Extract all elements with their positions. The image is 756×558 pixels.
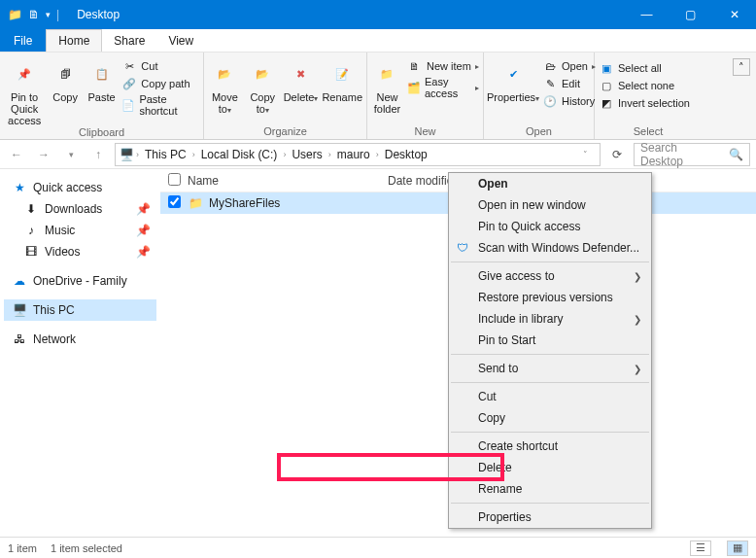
crumb-desktop[interactable]: Desktop	[381, 148, 431, 161]
qat-dropdown-icon[interactable]: ▾	[46, 10, 51, 19]
minimize-button[interactable]: —	[625, 0, 669, 29]
sidebar-item-quick-access[interactable]: ★Quick access	[4, 177, 156, 198]
crumb-this-pc[interactable]: This PC	[141, 148, 190, 161]
paste-icon: 📋	[86, 58, 118, 89]
new-item-icon: 🗎	[407, 58, 423, 74]
edit-button[interactable]: ✎Edit	[542, 76, 596, 91]
select-none-button[interactable]: ▢Select none	[599, 78, 690, 93]
cloud-icon: ☁	[12, 273, 27, 289]
pin-icon: 📌	[136, 202, 151, 216]
menu-pin-quick-access[interactable]: Pin to Quick access	[449, 216, 651, 237]
crumb-user[interactable]: mauro	[333, 148, 374, 161]
music-icon: ♪	[23, 223, 39, 238]
sidebar-item-music[interactable]: ♪Music📌	[4, 220, 156, 241]
easy-access-button[interactable]: 🗂️Easy access ▸	[407, 76, 479, 99]
menu-include-library[interactable]: Include in library❯	[449, 308, 651, 330]
pc-icon: 🖥️	[120, 148, 134, 161]
search-input[interactable]: Search Desktop 🔍	[634, 143, 750, 166]
new-item-button[interactable]: 🗎New item ▸	[407, 58, 479, 74]
invert-selection-button[interactable]: ◩Invert selection	[599, 95, 690, 111]
select-all-button[interactable]: ▣Select all	[599, 60, 690, 76]
sidebar-item-downloads[interactable]: ⬇Downloads📌	[4, 198, 156, 220]
history-button[interactable]: 🕑History	[542, 93, 596, 109]
menu-defender-scan[interactable]: 🛡Scan with Windows Defender...	[449, 237, 651, 259]
search-icon: 🔍	[729, 148, 743, 161]
select-all-checkbox[interactable]	[168, 173, 181, 186]
rename-button[interactable]: 📝 Rename	[322, 54, 362, 103]
menu-separator	[451, 432, 649, 433]
paste-button[interactable]: 📋 Paste	[86, 54, 119, 103]
quick-access-toolbar: 📁 🗎 ▾ |	[0, 8, 59, 21]
up-button[interactable]: ↑	[87, 144, 109, 165]
icons-view-button[interactable]: ▦	[727, 541, 748, 556]
breadcrumb[interactable]: 🖥️ › This PC› Local Disk (C:)› Users› ma…	[115, 143, 601, 166]
menu-give-access[interactable]: Give access to❯	[449, 265, 651, 287]
close-button[interactable]: ✕	[712, 0, 756, 29]
menu-restore-versions[interactable]: Restore previous versions	[449, 287, 651, 308]
crumb-local-disk[interactable]: Local Disk (C:)	[197, 148, 282, 161]
status-selected-count: 1 item selected	[51, 542, 122, 554]
delete-button[interactable]: ✖ Delete▾	[284, 54, 319, 103]
invert-icon: ◩	[599, 95, 614, 111]
refresh-button[interactable]: ⟳	[606, 148, 628, 161]
menu-delete[interactable]: Delete	[449, 457, 651, 478]
easy-access-icon: 🗂️	[407, 80, 421, 95]
move-to-button[interactable]: 📂 Move to▾	[208, 54, 242, 115]
sidebar-item-this-pc[interactable]: 🖥️This PC	[4, 299, 156, 321]
select-none-icon: ▢	[599, 78, 614, 93]
file-list: Name Date modified Type Size 📁 MyShareFi…	[160, 169, 756, 536]
paste-shortcut-icon: 📄	[121, 97, 135, 113]
properties-button[interactable]: ✔ Properties▾	[488, 54, 538, 103]
sidebar-item-videos[interactable]: 🎞Videos📌	[4, 241, 156, 262]
explorer-icon: 🗎	[28, 8, 40, 21]
open-icon: 🗁	[542, 58, 558, 74]
paste-shortcut-button[interactable]: 📄Paste shortcut	[121, 93, 199, 117]
row-checkbox[interactable]	[168, 195, 181, 208]
file-name: MyShareFiles	[203, 196, 403, 210]
window-titlebar: 📁 🗎 ▾ | Desktop — ▢ ✕	[0, 0, 756, 29]
pin-to-quick-access-button[interactable]: 📌 Pin to Quick access	[4, 54, 45, 126]
back-button[interactable]: ←	[6, 144, 27, 165]
menu-copy[interactable]: Copy	[449, 407, 651, 429]
copy-button[interactable]: 🗐 Copy	[49, 54, 82, 103]
ribbon-group-organize: 📂 Move to▾ 📂 Copy to▾ ✖ Delete▾ 📝 Rename…	[204, 52, 367, 139]
recent-locations-button[interactable]: ▾	[60, 144, 82, 165]
ribbon: ˄ 📌 Pin to Quick access 🗐 Copy 📋 Paste ✂…	[0, 52, 756, 140]
tab-home[interactable]: Home	[46, 29, 102, 52]
ribbon-group-open: ✔ Properties▾ 🗁Open ▸ ✎Edit 🕑History Ope…	[484, 52, 595, 139]
address-dropdown-button[interactable]: ˅	[574, 144, 596, 165]
select-all-icon: ▣	[599, 60, 614, 76]
submenu-arrow-icon: ❯	[634, 271, 641, 282]
menu-open[interactable]: Open	[449, 173, 651, 194]
menu-pin-start[interactable]: Pin to Start	[449, 330, 651, 351]
pin-icon: 📌	[136, 245, 151, 259]
sidebar-item-onedrive[interactable]: ☁OneDrive - Family	[4, 270, 156, 292]
tab-view[interactable]: View	[156, 29, 205, 52]
new-folder-button[interactable]: 📁 New folder	[371, 54, 403, 115]
folder-icon: 📁	[8, 8, 22, 21]
menu-create-shortcut[interactable]: Create shortcut	[449, 436, 651, 457]
history-icon: 🕑	[542, 93, 558, 109]
menu-rename[interactable]: Rename	[449, 478, 651, 500]
tab-share[interactable]: Share	[102, 29, 156, 52]
crumb-users[interactable]: Users	[288, 148, 326, 161]
cut-button[interactable]: ✂Cut	[121, 58, 199, 74]
menu-send-to[interactable]: Send to❯	[449, 358, 651, 379]
menu-properties[interactable]: Properties	[449, 506, 651, 528]
menu-cut[interactable]: Cut	[449, 386, 651, 407]
copy-path-button[interactable]: 🔗Copy path	[121, 76, 199, 91]
open-button[interactable]: 🗁Open ▸	[542, 58, 596, 74]
sidebar-item-network[interactable]: 🖧Network	[4, 329, 156, 350]
navigation-pane: ★Quick access ⬇Downloads📌 ♪Music📌 🎞Video…	[0, 169, 160, 536]
submenu-arrow-icon: ❯	[634, 364, 641, 374]
copy-to-button[interactable]: 📂 Copy to▾	[246, 54, 280, 115]
menu-open-new-window[interactable]: Open in new window	[449, 194, 651, 216]
collapse-ribbon-button[interactable]: ˄	[733, 58, 750, 76]
forward-button[interactable]: →	[33, 144, 54, 165]
maximize-button[interactable]: ▢	[669, 0, 712, 29]
details-view-button[interactable]: ☰	[690, 541, 711, 556]
network-icon: 🖧	[12, 331, 27, 347]
tab-file[interactable]: File	[0, 29, 46, 52]
submenu-arrow-icon: ❯	[634, 314, 641, 325]
column-name[interactable]: Name	[188, 174, 388, 188]
